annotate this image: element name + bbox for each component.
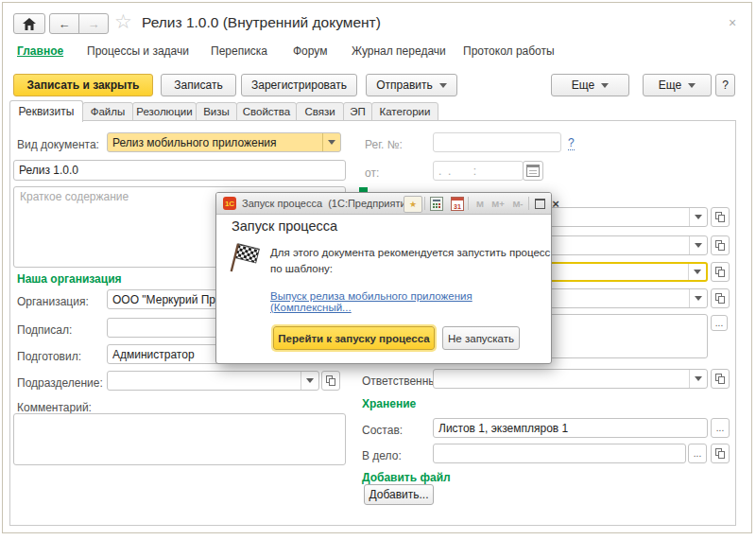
help-button[interactable]: ? xyxy=(715,74,735,96)
date-label: от: xyxy=(365,166,379,180)
department-label: Подразделение: xyxy=(17,376,103,390)
department-open-button[interactable] xyxy=(321,371,340,391)
checkered-flag-icon xyxy=(229,242,263,276)
case-open-button[interactable] xyxy=(711,444,730,463)
tab-signature[interactable]: ЭП xyxy=(343,102,372,121)
case-more-button[interactable]: ... xyxy=(688,444,707,463)
memory-m-button[interactable]: M xyxy=(471,196,490,211)
more-button-2[interactable]: Еще xyxy=(643,74,712,96)
prepared-by-label: Подготовил: xyxy=(17,350,81,363)
ellipsis-icon: ... xyxy=(715,318,723,328)
star-icon: ★ xyxy=(409,200,417,209)
home-icon xyxy=(23,18,36,30)
go-to-process-launch-button[interactable]: Перейти к запуску процесса xyxy=(273,326,435,350)
nav-item-forum[interactable]: Форум xyxy=(293,44,327,58)
ellipsis-icon: ... xyxy=(694,448,701,459)
composition-input[interactable] xyxy=(433,418,708,438)
combo-arrow-icon[interactable] xyxy=(689,208,707,226)
send-button[interactable]: Отправить xyxy=(366,74,457,96)
comment-textarea[interactable] xyxy=(13,413,346,465)
combo-arrow-icon[interactable] xyxy=(301,372,318,390)
combo-arrow-icon[interactable] xyxy=(689,289,707,307)
right-field-3-open-button[interactable] xyxy=(711,262,730,282)
date-input[interactable] xyxy=(433,161,524,181)
form-close-icon[interactable]: × xyxy=(729,15,736,30)
nav-item-correspondence[interactable]: Переписка xyxy=(211,44,267,58)
nav-item-processes[interactable]: Процессы и задачи xyxy=(87,44,189,58)
do-not-launch-button[interactable]: Не запускать xyxy=(442,326,520,350)
nav-item-main[interactable]: Главное xyxy=(17,44,63,58)
tab-categories[interactable]: Категории xyxy=(371,102,438,121)
combo-arrow-icon[interactable] xyxy=(689,370,707,388)
right-field-5-more-button[interactable]: ... xyxy=(711,315,728,331)
our-organization-header: Наша организация xyxy=(17,272,122,286)
more-button-1[interactable]: Еще xyxy=(551,74,629,96)
calendar-button[interactable] xyxy=(449,196,466,211)
combo-arrow-icon[interactable] xyxy=(322,133,340,151)
composition-label: Состав: xyxy=(362,424,403,437)
tab-visas[interactable]: Визы xyxy=(196,102,237,121)
app-window: ← → ☆ Релиз 1.0.0 (Внутренний документ) … xyxy=(0,0,756,540)
ellipsis-icon: ... xyxy=(716,423,724,433)
right-field-1-open-button[interactable] xyxy=(711,207,730,227)
dialog-titlebar[interactable]: 1С Запуск процесса (1С:Предприятие) ★ M … xyxy=(216,193,551,215)
reg-help-link[interactable]: ? xyxy=(568,136,575,150)
tab-links[interactable]: Связи xyxy=(296,102,344,121)
responsible-open-button[interactable] xyxy=(711,369,730,389)
chevron-down-icon xyxy=(439,83,447,92)
chevron-down-icon xyxy=(688,83,696,92)
responsible-combo[interactable] xyxy=(433,369,708,389)
dialog-close-button[interactable]: × xyxy=(549,196,562,211)
doc-kind-combo[interactable]: Релиз мобильного приложения xyxy=(107,132,341,152)
storage-header: Хранение xyxy=(362,397,416,410)
add-file-header: Добавить файл xyxy=(362,471,451,484)
comment-label: Комментарий: xyxy=(17,401,92,414)
signed-by-label: Подписал: xyxy=(17,323,72,337)
dialog-heading: Запуск процесса xyxy=(232,218,337,234)
calculator-button[interactable] xyxy=(428,196,445,211)
name-input[interactable] xyxy=(13,160,346,181)
memory-m-minus-button[interactable]: M- xyxy=(508,196,527,211)
tab-files[interactable]: Файлы xyxy=(82,102,133,121)
calendar-button[interactable] xyxy=(523,161,543,181)
nav-item-transfer-log[interactable]: Журнал передачи xyxy=(352,44,446,58)
forward-icon: → xyxy=(88,17,100,31)
calendar-31-icon xyxy=(451,197,464,211)
maximize-button[interactable] xyxy=(531,196,548,211)
open-link-icon xyxy=(326,375,335,386)
combo-arrow-icon[interactable] xyxy=(688,264,706,280)
department-combo[interactable] xyxy=(107,371,319,391)
memory-m-plus-button[interactable]: M+ xyxy=(489,196,507,211)
save-close-button[interactable]: Записать и закрыть xyxy=(13,74,153,96)
favorites-button[interactable]: ★ xyxy=(404,196,422,213)
divider xyxy=(468,197,469,210)
right-field-2-open-button[interactable] xyxy=(711,235,730,255)
open-link-icon xyxy=(715,240,725,251)
divider xyxy=(528,197,529,210)
dialog-title: Запуск процесса (1С:Предприятие) xyxy=(242,198,415,209)
save-button[interactable]: Записать xyxy=(161,74,236,96)
nav-item-work-protocol[interactable]: Протокол работы xyxy=(463,44,555,58)
combo-arrow-icon[interactable] xyxy=(689,236,707,254)
home-button[interactable] xyxy=(13,13,45,34)
open-link-icon xyxy=(715,448,725,459)
process-launch-dialog: 1С Запуск процесса (1С:Предприятие) ★ M … xyxy=(215,192,552,364)
tab-requisites[interactable]: Реквизиты xyxy=(9,100,83,122)
case-input[interactable] xyxy=(433,444,686,463)
case-label: В дело: xyxy=(362,449,402,462)
right-field-4-open-button[interactable] xyxy=(711,288,730,308)
back-button[interactable]: ← xyxy=(49,13,79,34)
register-button[interactable]: Зарегистрировать xyxy=(241,74,357,96)
composition-more-button[interactable]: ... xyxy=(711,418,730,438)
tab-resolutions[interactable]: Резолюции xyxy=(132,102,197,121)
calculator-icon xyxy=(430,197,443,211)
organization-label: Организация: xyxy=(17,295,89,308)
process-template-link[interactable]: Выпуск релиза мобильного приложения (Ком… xyxy=(270,290,551,313)
reg-no-input[interactable] xyxy=(433,132,561,152)
favorite-star-icon[interactable]: ☆ xyxy=(114,10,132,33)
chevron-down-icon xyxy=(601,83,609,92)
add-file-button[interactable]: Добавить... xyxy=(364,484,434,505)
1c-logo-icon: 1С xyxy=(223,197,236,210)
tab-properties[interactable]: Свойства xyxy=(236,102,297,121)
forward-button[interactable]: → xyxy=(78,13,109,34)
